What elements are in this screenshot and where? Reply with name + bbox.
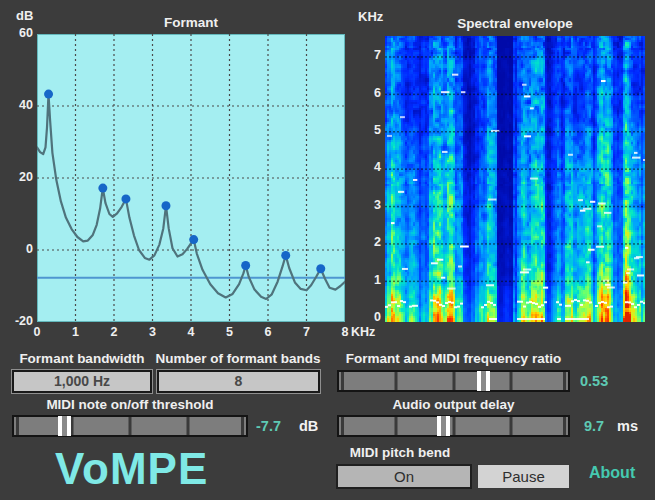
slider-separator bbox=[452, 417, 455, 435]
slider-notch bbox=[563, 372, 566, 390]
formant-bandwidth-label: Formant bandwidth bbox=[2, 351, 162, 366]
tick-label: 60 bbox=[0, 26, 33, 41]
audio-delay-unit: ms bbox=[617, 418, 638, 434]
slider-notch bbox=[16, 417, 19, 435]
formant-chart-svg bbox=[37, 34, 345, 322]
slider-separator bbox=[395, 372, 398, 390]
audio-delay-value: 9.7 bbox=[584, 418, 604, 434]
formant-bands-display[interactable]: 8 bbox=[157, 370, 320, 393]
tick-label: 20 bbox=[0, 170, 33, 185]
tick-label: 40 bbox=[0, 98, 33, 113]
midi-threshold-unit: dB bbox=[299, 418, 318, 434]
formant-bandwidth-display[interactable]: 1,000 Hz bbox=[12, 370, 152, 393]
tick-label: 0 bbox=[0, 242, 33, 257]
tick-label: 5 bbox=[220, 325, 240, 340]
tick-label: 0 bbox=[27, 325, 47, 340]
slider-notch bbox=[563, 417, 566, 435]
slider-separator bbox=[452, 372, 455, 390]
spectral-panel-title: Spectral envelope bbox=[385, 16, 645, 31]
formant-x-axis-unit: KHz bbox=[351, 325, 375, 339]
slider-separator bbox=[509, 372, 512, 390]
tick-label: 7 bbox=[297, 325, 317, 340]
vompe-window: dB Formant 6040200-20 012345678 KHz KHz … bbox=[0, 0, 655, 500]
audio-delay-label: Audio output delay bbox=[337, 397, 570, 412]
freq-ratio-slider-handle[interactable] bbox=[477, 371, 490, 391]
slider-separator bbox=[509, 417, 512, 435]
tick-label: 3 bbox=[143, 325, 163, 340]
formant-panel-title: Formant bbox=[37, 15, 345, 30]
pitch-bend-label: MIDI pitch bend bbox=[330, 445, 470, 460]
slider-separator bbox=[129, 417, 132, 435]
tick-label: 2 bbox=[104, 325, 124, 340]
midi-threshold-value: -7.7 bbox=[256, 418, 281, 434]
spectrogram-canvas bbox=[385, 36, 645, 322]
formant-bands-label: Number of formant bands bbox=[148, 351, 328, 366]
tick-label: 1 bbox=[353, 273, 381, 288]
audio-delay-slider-handle[interactable] bbox=[437, 416, 450, 436]
slider-notch bbox=[341, 372, 344, 390]
spectral-y-axis-unit: KHz bbox=[358, 9, 383, 24]
midi-threshold-slider[interactable] bbox=[12, 415, 248, 437]
pitch-bend-on-button[interactable]: On bbox=[336, 464, 472, 489]
slider-separator bbox=[187, 417, 190, 435]
pause-button[interactable]: Pause bbox=[477, 464, 570, 489]
tick-label: 2 bbox=[353, 235, 381, 250]
freq-ratio-slider[interactable] bbox=[337, 370, 570, 392]
freq-ratio-label: Formant and MIDI frequency ratio bbox=[337, 351, 570, 366]
tick-label: 6 bbox=[258, 325, 278, 340]
tick-label: 1 bbox=[66, 325, 86, 340]
about-link[interactable]: About bbox=[589, 464, 635, 482]
freq-ratio-value: 0.53 bbox=[580, 373, 608, 389]
tick-label: 7 bbox=[353, 48, 381, 63]
audio-delay-slider[interactable] bbox=[337, 415, 570, 437]
tick-label: 5 bbox=[353, 123, 381, 138]
slider-notch bbox=[341, 417, 344, 435]
formant-y-axis-unit: dB bbox=[16, 8, 33, 23]
tick-label: 3 bbox=[353, 198, 381, 213]
tick-label: 0 bbox=[353, 310, 381, 325]
vompe-logo: VoMPE bbox=[55, 444, 208, 494]
midi-threshold-slider-handle[interactable] bbox=[58, 416, 71, 436]
tick-label: 4 bbox=[353, 160, 381, 175]
formant-chart bbox=[37, 34, 345, 322]
midi-threshold-label: MIDI note on/off threshold bbox=[12, 397, 248, 412]
slider-notch bbox=[241, 417, 244, 435]
tick-label: 4 bbox=[181, 325, 201, 340]
slider-separator bbox=[395, 417, 398, 435]
tick-label: 6 bbox=[353, 86, 381, 101]
